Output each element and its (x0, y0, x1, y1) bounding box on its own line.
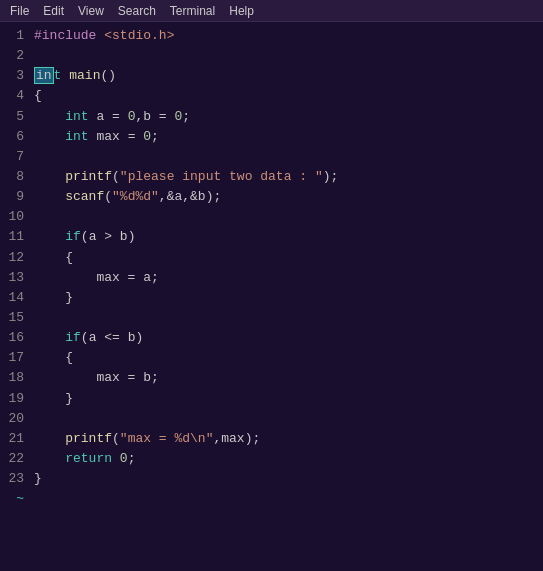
menu-terminal[interactable]: Terminal (164, 2, 221, 20)
menu-help[interactable]: Help (223, 2, 260, 20)
menu-file[interactable]: File (4, 2, 35, 20)
menu-search[interactable]: Search (112, 2, 162, 20)
code-text[interactable]: #include <stdio.h> int main() { int a = … (28, 22, 543, 571)
line-numbers: 1 2 3 4 5 6 7 8 9 10 11 12 13 14 15 16 1… (0, 22, 28, 571)
menu-edit[interactable]: Edit (37, 2, 70, 20)
menu-view[interactable]: View (72, 2, 110, 20)
menu-bar: File Edit View Search Terminal Help (0, 0, 543, 22)
code-editor[interactable]: 1 2 3 4 5 6 7 8 9 10 11 12 13 14 15 16 1… (0, 22, 543, 571)
